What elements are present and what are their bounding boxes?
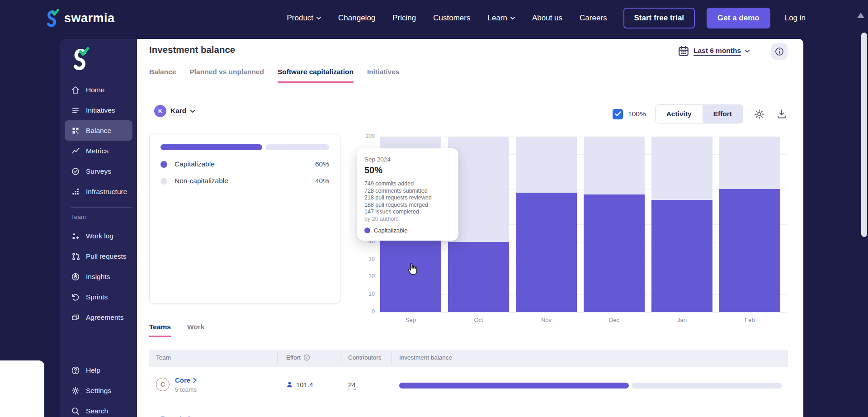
tab-planned-vs-unplanned[interactable]: Planned vs unplanned (189, 68, 264, 83)
metrics-icon (71, 147, 80, 156)
info-icon (775, 47, 784, 56)
sidebar-item-home[interactable]: Home (60, 80, 137, 100)
sidebar-divider (71, 207, 132, 208)
team-link-platform[interactable]: Platform (175, 415, 203, 417)
tab-work[interactable]: Work (187, 323, 204, 337)
team-filter-label: Kard (170, 107, 186, 115)
column-header-contributors[interactable]: Contributors (348, 354, 382, 361)
get-a-demo-button[interactable]: Get a demo (707, 8, 770, 28)
sidebar-item-agreements[interactable]: Agreements (60, 307, 137, 327)
toggle-option-effort[interactable]: Effort (703, 105, 743, 123)
capitalizable-dot-icon (160, 161, 167, 168)
tab-initiatives[interactable]: Initiatives (367, 68, 400, 83)
infrastructure-icon (71, 187, 80, 196)
marketing-nav: swarmia ProductChangelogPricingCustomers… (0, 0, 868, 36)
bar-capitalizable-oct[interactable] (448, 242, 509, 312)
x-axis-tick-label: Dec (580, 317, 648, 323)
teams-table: TeamEffortContributorsInvestment balance… (149, 350, 788, 417)
team-filter[interactable]: K Kard (154, 105, 195, 117)
tab-teams[interactable]: Teams (149, 323, 171, 337)
y-axis-tick-label: 10 (359, 291, 375, 297)
nav-link-changelog[interactable]: Changelog (338, 14, 375, 23)
app-main: Investment balance Last 6 months (137, 39, 803, 417)
sidebar-item-work-log[interactable]: Work log (60, 226, 137, 246)
scrollbar-thumb[interactable] (861, 33, 867, 237)
nav-link-about-us[interactable]: About us (532, 14, 562, 23)
start-free-trial-button[interactable]: Start free trial (623, 8, 695, 28)
legend-label: Capitalizable (175, 160, 215, 168)
summary-legend: Capitalizable60%Non-capitalizable40% (160, 160, 329, 185)
initiatives-icon (71, 106, 80, 115)
non-capitalizable-bar-segment (632, 383, 782, 389)
work-log-icon (71, 232, 80, 241)
sidebar-item-pull-requests[interactable]: Pull requests (60, 246, 137, 266)
sidebar-item-label: Work log (86, 232, 113, 240)
page: swarmia ProductChangelogPricingCustomers… (0, 0, 868, 417)
sidebar-item-infrastructure[interactable]: Infrastructure (60, 181, 137, 202)
checkbox-checked-icon[interactable] (613, 109, 623, 119)
log-in-link[interactable]: Log in (785, 14, 806, 23)
sidebar-item-insights[interactable]: Insights (60, 266, 137, 287)
column-header-effort[interactable]: Effort (286, 354, 310, 361)
sidebar-item-label: Infrastructure (86, 188, 127, 196)
x-axis-tick-label: Oct (445, 317, 513, 323)
team-avatar-core: C (156, 378, 170, 391)
investment-balance-bar (399, 383, 782, 389)
sidebar-item-surveys[interactable]: Surveys (60, 161, 137, 181)
info-button[interactable] (771, 43, 788, 60)
contributors-value[interactable]: 24 (348, 381, 356, 390)
bar-capitalizable-feb[interactable] (719, 189, 780, 312)
chart-settings-button[interactable] (752, 107, 766, 121)
bar-capitalizable-dec[interactable] (584, 194, 645, 312)
download-button[interactable] (775, 107, 788, 121)
help-icon (71, 366, 80, 375)
chart-controls: 100% ActivityEffort (613, 104, 788, 123)
calendar-icon (678, 45, 689, 57)
activity-effort-toggle: ActivityEffort (655, 104, 743, 123)
tab-balance[interactable]: Balance (149, 68, 176, 83)
nav-link-product[interactable]: Product (287, 14, 321, 23)
sidebar-item-help[interactable]: Help (60, 360, 137, 380)
capitalizable-bar-segment (399, 383, 629, 389)
nav-link-learn[interactable]: Learn (487, 14, 514, 23)
sidebar-item-label: Metrics (86, 147, 108, 155)
tab-software-capitalization[interactable]: Software capitalization (278, 68, 354, 83)
date-range-selector[interactable]: Last 6 months (678, 45, 750, 57)
gear-icon (754, 109, 765, 120)
sidebar-item-settings[interactable]: Settings (60, 380, 137, 401)
table-header-row (149, 350, 788, 367)
x-axis-tick-label: Sep (377, 317, 445, 323)
sidebar-item-label: Search (86, 407, 108, 415)
sidebar-item-metrics[interactable]: Metrics (60, 141, 137, 161)
page-title: Investment balance (149, 44, 235, 55)
sidebar-item-balance[interactable]: Balance (65, 120, 132, 141)
bar-capitalizable-nov[interactable] (516, 193, 577, 312)
nav-link-customers[interactable]: Customers (433, 14, 470, 23)
sidebar-item-label: Help (86, 366, 100, 374)
sidebar-team-menu: Work logPull requestsInsightsSprintsAgre… (60, 226, 137, 327)
column-divider (277, 352, 278, 364)
sidebar-item-search[interactable]: Search (60, 401, 137, 417)
toggle-option-activity[interactable]: Activity (656, 105, 703, 123)
column-header-investment-balance[interactable]: Investment balance (399, 354, 452, 361)
tooltip-authors: by 20 authors (364, 216, 451, 223)
sidebar-item-label: Insights (86, 273, 110, 281)
column-header-team[interactable]: Team (156, 354, 171, 361)
sidebar-item-label: Sprints (86, 293, 108, 301)
x-axis-tick-label: Feb (716, 317, 784, 323)
team-link-core[interactable]: Core (175, 376, 198, 384)
bar-capitalizable-jan[interactable] (651, 200, 712, 312)
sidebar-main-menu: HomeInitiativesBalanceMetricsSurveysInfr… (60, 80, 137, 202)
percent-checkbox-control[interactable]: 100% (613, 109, 646, 119)
x-axis-tick-label: Nov (513, 317, 580, 323)
insights-icon (71, 272, 80, 281)
nav-link-pricing[interactable]: Pricing (392, 14, 416, 23)
app-window: HomeInitiativesBalanceMetricsSurveysInfr… (60, 39, 803, 417)
scrollbar-up-arrow[interactable] (857, 13, 864, 18)
team-filter-avatar: K (154, 105, 166, 117)
sidebar-item-sprints[interactable]: Sprints (60, 287, 137, 307)
sidebar-item-initiatives[interactable]: Initiatives (60, 100, 137, 120)
nav-link-careers[interactable]: Careers (580, 14, 607, 23)
swarmia-logo[interactable]: swarmia (43, 8, 115, 28)
chevron-down-icon (190, 109, 195, 114)
